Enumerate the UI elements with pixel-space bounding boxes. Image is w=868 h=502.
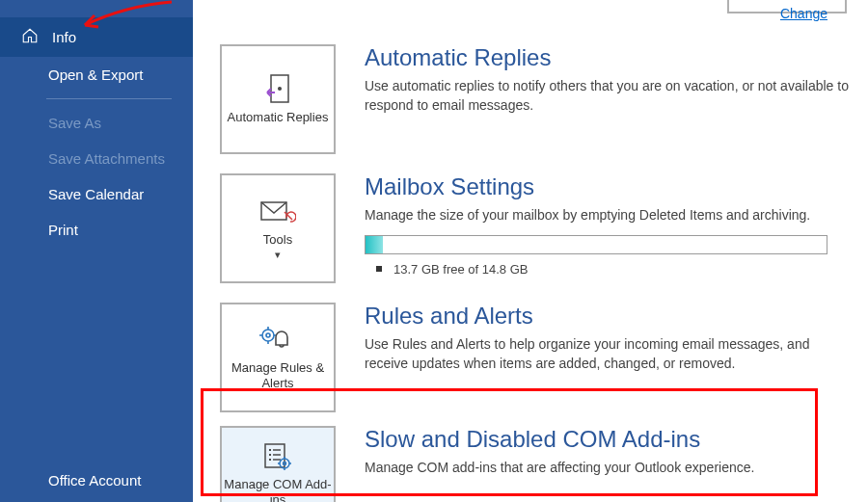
storage-text: 13.7 GB free of 14.8 GB [365,262,849,277]
svg-rect-5 [265,444,285,467]
sidebar: Info Open & Export Save As Save Attachme… [0,0,193,502]
manage-rules-tile[interactable]: Manage Rules & Alerts [220,303,336,412]
storage-bar [365,235,827,254]
sidebar-label-office-account: Office Account [48,472,141,489]
chevron-down-icon [275,249,281,261]
tools-icon [258,196,297,228]
mailbox-settings-title: Mailbox Settings [365,173,849,200]
manage-com-addins-tile-label: Manage COM Add-ins [222,477,334,502]
sidebar-label-open-export: Open & Export [48,66,143,83]
sidebar-label-save-calendar: Save Calendar [48,186,144,202]
sidebar-label-info: Info [52,29,76,45]
svg-point-1 [279,88,282,91]
sidebar-item-info[interactable]: Info [0,17,193,57]
home-icon [21,27,39,47]
rules-alerts-icon [258,324,297,357]
manage-rules-tile-label: Manage Rules & Alerts [222,360,334,390]
automatic-replies-title: Automatic Replies [365,44,849,71]
svg-point-3 [262,330,274,341]
change-link[interactable]: Change [780,6,827,21]
rules-alerts-title: Rules and Alerts [365,303,849,330]
automatic-replies-tile[interactable]: Automatic Replies [220,44,336,154]
manage-com-addins-tile[interactable]: Manage COM Add-ins [220,426,336,502]
automatic-replies-desc: Use automatic replies to notify others t… [365,77,849,115]
storage-bar-fill [366,236,383,253]
com-addins-desc: Manage COM add-ins that are affecting yo… [365,459,849,478]
sidebar-item-save-calendar[interactable]: Save Calendar [0,176,193,212]
main-content: Change Automatic Replies Automatic Repli… [193,0,868,502]
svg-point-4 [266,333,270,337]
sidebar-item-save-attachments: Save Attachments [0,141,193,176]
com-addins-icon [258,440,297,473]
com-addins-title: Slow and Disabled COM Add-ins [365,426,849,453]
sidebar-label-print: Print [48,222,78,238]
sidebar-item-print[interactable]: Print [0,212,193,248]
sidebar-item-save-as: Save As [0,105,193,141]
tools-tile[interactable]: Tools [220,173,336,283]
sidebar-item-office-account[interactable]: Office Account [0,459,193,502]
automatic-replies-tile-label: Automatic Replies [228,110,329,125]
rules-alerts-desc: Use Rules and Alerts to help organize yo… [365,335,849,373]
mailbox-settings-desc: Manage the size of your mailbox by empty… [365,206,849,225]
automatic-replies-icon [258,73,297,106]
sidebar-item-open-export[interactable]: Open & Export [0,57,193,92]
sidebar-label-save-as: Save As [48,115,101,131]
sidebar-separator [46,98,172,99]
sidebar-label-save-attachments: Save Attachments [48,150,165,167]
tools-tile-label: Tools [263,232,292,248]
